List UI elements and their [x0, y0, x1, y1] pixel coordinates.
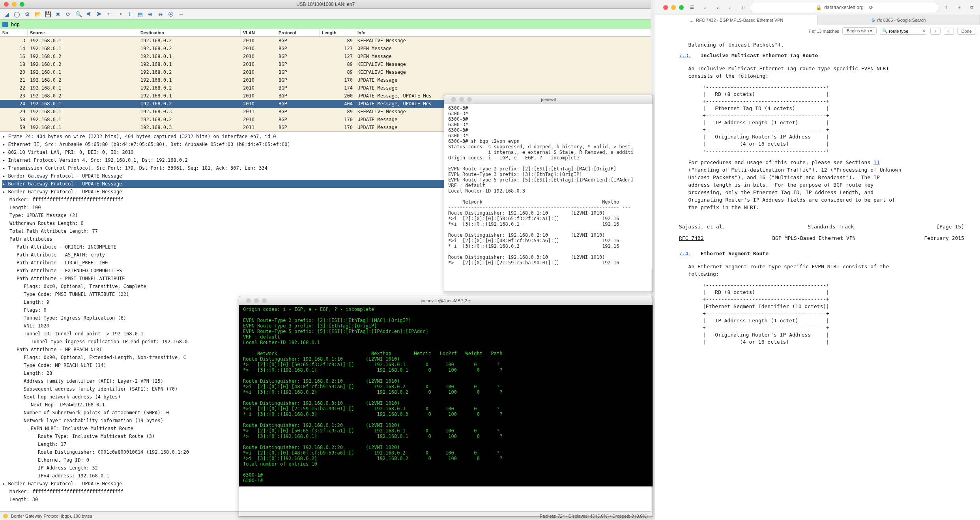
terminal-white[interactable]: joenevil 6300-3# 6300-3# 6300-3# 6300-3#…	[444, 95, 653, 292]
close-icon[interactable]	[451, 97, 456, 102]
find-done[interactable]: Done	[957, 28, 976, 35]
window-title: USB 10/100/1000 LAN: en7	[296, 2, 355, 7]
maximize-icon[interactable]	[20, 2, 24, 7]
find-icon[interactable]: 🔍	[74, 10, 83, 19]
minimize-icon[interactable]	[671, 5, 676, 10]
col-no[interactable]: No.	[0, 29, 28, 36]
col-vlan[interactable]: VLAN	[241, 29, 276, 36]
tab-label: rfc 8365 - Google Search	[877, 18, 926, 22]
ascii-box: +---------------------------------------…	[703, 84, 968, 155]
packet-row[interactable]: 3192.168.0.1192.168.0.22010BGP89KEEPALIV…	[0, 37, 651, 45]
maximize-icon[interactable]	[262, 298, 267, 303]
section-link[interactable]: 7.3.	[679, 52, 691, 58]
new-tab-icon[interactable]: ＋	[955, 3, 963, 12]
text: For procedures and usage of this route, …	[679, 159, 968, 211]
zoom-reset-icon[interactable]: ⦿	[166, 10, 175, 19]
wireshark-titlebar: USB 10/100/1000 LAN: en7	[0, 0, 651, 9]
address-bar[interactable]: 🔒 datatracker.ietf.org ⟳	[751, 3, 938, 12]
reload-icon[interactable]: ⟳	[869, 5, 873, 10]
goto-last-icon[interactable]: ⭲	[115, 10, 124, 19]
tab-label: RFC 7432 - BGP MPLS-Based Ethernet VPN	[696, 18, 783, 22]
tabs-icon[interactable]: ⧉	[967, 3, 976, 12]
maximize-icon[interactable]	[679, 5, 684, 10]
resize-cols-icon[interactable]: ↔	[177, 10, 185, 19]
close-icon[interactable]	[663, 5, 668, 10]
minimize-icon[interactable]	[459, 97, 464, 102]
terminal-black[interactable]: joeneville@Joes-MBP-2:~ Origin codes: i …	[239, 296, 653, 517]
next-icon[interactable]: ⮞	[95, 10, 103, 19]
expert-info-icon[interactable]	[3, 514, 8, 518]
goto-first-icon[interactable]: ⭰	[105, 10, 114, 19]
text: Balancing of Unicast Packets").	[679, 41, 968, 49]
tab-rfc7432[interactable]: … RFC 7432 - BGP MPLS-Based Ethernet VPN	[655, 15, 818, 25]
terminal-title: joeneville@Joes-MBP-2:~	[421, 298, 471, 303]
section-link[interactable]: 11	[873, 159, 880, 165]
tab-google[interactable]: G rfc 8365 - Google Search	[818, 15, 980, 25]
maximize-icon[interactable]	[467, 97, 472, 102]
close-icon[interactable]: ✖	[54, 10, 62, 19]
terminal-title: joenevil	[541, 97, 555, 102]
ascii-box: +---------------------------------------…	[703, 282, 968, 346]
safari-toolbar: ☰ ⌄ ‹ › ◫ 🔒 datatracker.ietf.org ⟳ ⤴ ＋ ⧉	[655, 0, 980, 15]
save-icon[interactable]: 💾	[43, 10, 52, 19]
window-controls[interactable]	[0, 2, 24, 7]
colorize-icon[interactable]: ▤	[136, 10, 144, 19]
window-controls[interactable]	[659, 5, 684, 10]
col-dest[interactable]: Destination	[138, 29, 241, 36]
sidebar-icon[interactable]: ☰	[688, 3, 696, 12]
packet-row[interactable]: 18192.168.0.2192.168.0.12010BGP89KEEPALI…	[0, 60, 651, 68]
find-mode[interactable]: Begins with ▾	[842, 27, 877, 35]
find-matches: 7 of 13 matches	[808, 29, 839, 34]
terminal-body[interactable]: Origin codes: i - IGP, e - EGP, ? - inco…	[239, 305, 653, 486]
chevron-down-icon[interactable]: ⌄	[700, 3, 709, 12]
col-info[interactable]: Info	[355, 29, 651, 36]
page-content[interactable]: Balancing of Unicast Packets"). 7.3. Inc…	[655, 37, 980, 520]
section-link[interactable]: 7.4.	[679, 251, 691, 256]
packet-row[interactable]: 22192.168.0.1192.168.0.22010BGP174UPDATE…	[0, 84, 651, 92]
clear-icon[interactable]: ✕	[922, 28, 926, 34]
prev-icon[interactable]: ⮜	[84, 10, 93, 19]
close-icon[interactable]	[4, 2, 9, 7]
zoom-in-icon[interactable]: ⊕	[146, 10, 155, 19]
forward-icon[interactable]: ›	[726, 3, 734, 12]
status-left: Border Gateway Protocol (bgp), 100 bytes	[11, 514, 92, 518]
find-prev[interactable]: ‹	[930, 28, 941, 35]
packet-row[interactable]: 21192.168.0.2192.168.0.12010BGP170UPDATE…	[0, 76, 651, 84]
tab-icon: G	[872, 18, 875, 22]
packet-list-header[interactable]: No. Source Destination VLAN Protocol Len…	[0, 29, 651, 37]
section-title: Ethernet Segment Route	[701, 251, 769, 256]
bookmark-icon[interactable]	[2, 22, 8, 27]
terminal-titlebar: joeneville@Joes-MBP-2:~	[239, 296, 653, 305]
minimize-icon[interactable]	[254, 298, 259, 303]
packet-row[interactable]: 14192.168.0.1192.168.0.22010BGP127OPEN M…	[0, 45, 651, 52]
packet-row[interactable]: 20192.168.0.1192.168.0.22010BGP89KEEPALI…	[0, 68, 651, 76]
shield-icon[interactable]: ◫	[738, 3, 747, 12]
open-file-icon[interactable]: 📂	[33, 10, 42, 19]
page-header: RFC 7432 BGP MPLS-Based Ethernet VPN Feb…	[679, 234, 968, 242]
window-controls[interactable]	[447, 97, 472, 102]
text: An Inclusive Multicast Ethernet Tag rout…	[679, 65, 968, 80]
tab-icon: …	[689, 18, 694, 22]
col-proto[interactable]: Protocol	[276, 29, 320, 36]
packet-row[interactable]: 16192.168.0.2192.168.0.12010BGP127OPEN M…	[0, 52, 651, 60]
window-controls[interactable]	[242, 298, 267, 303]
shark-fin-icon[interactable]: ◢	[2, 10, 11, 19]
col-len[interactable]: Length	[320, 29, 355, 36]
autoscroll-icon[interactable]: ⤓	[125, 10, 134, 19]
share-icon[interactable]: ⤴	[942, 3, 951, 12]
find-next[interactable]: ›	[944, 28, 954, 35]
display-filter-bar	[0, 20, 651, 29]
reload-icon[interactable]: ⟳	[64, 10, 73, 19]
display-filter-input[interactable]	[9, 21, 649, 28]
safari-window: ☰ ⌄ ‹ › ◫ 🔒 datatracker.ietf.org ⟳ ⤴ ＋ ⧉…	[655, 0, 980, 520]
close-icon[interactable]	[246, 298, 251, 303]
zoom-out-icon[interactable]: ⊖	[156, 10, 165, 19]
minimize-icon[interactable]	[12, 2, 17, 7]
section-7-3: 7.3. Inclusive Multicast Ethernet Tag Ro…	[679, 52, 968, 59]
gear-icon[interactable]: ⚙	[23, 10, 32, 19]
col-source[interactable]: Source	[28, 29, 138, 36]
capture-options-icon[interactable]: ◯	[13, 10, 21, 19]
terminal-body[interactable]: 6300-3# 6300-3# 6300-3# 6300-3# 6300-3# …	[444, 104, 653, 269]
rfc-link[interactable]: RFC 7432	[679, 234, 704, 242]
back-icon[interactable]: ‹	[713, 3, 722, 12]
